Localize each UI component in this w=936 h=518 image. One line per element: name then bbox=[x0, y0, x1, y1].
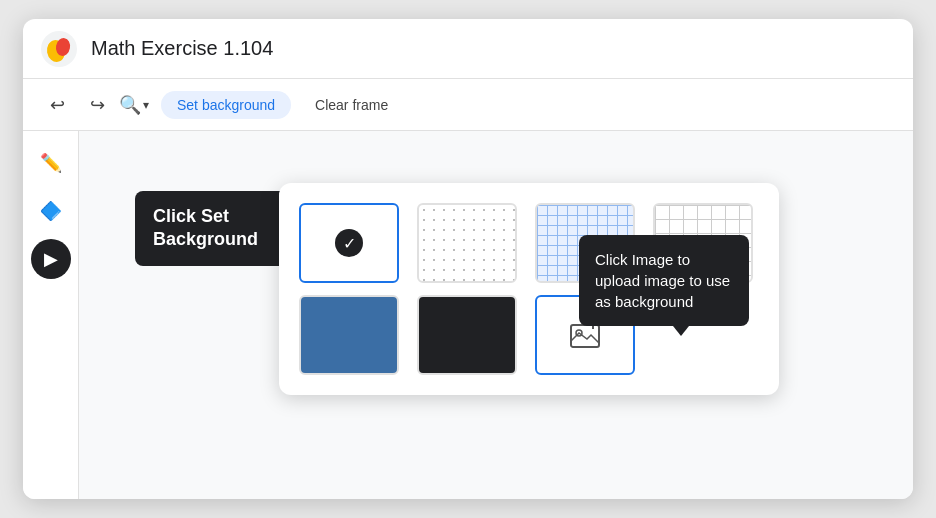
pen-icon: ✏️ bbox=[40, 152, 62, 174]
tooltip-click-image: Click Image to upload image to use as ba… bbox=[579, 235, 749, 326]
redo-icon: ↪ bbox=[90, 94, 105, 116]
toolbar: ↩ ↪ 🔍 ▾ Set background Clear frame bbox=[23, 79, 913, 131]
sidebar: ✏️ 🔷 ▶ bbox=[23, 131, 79, 499]
clear-frame-label: Clear frame bbox=[315, 97, 388, 113]
cursor-icon: ▶ bbox=[44, 248, 58, 270]
pen-button[interactable]: ✏️ bbox=[31, 143, 71, 183]
undo-icon: ↩ bbox=[50, 94, 65, 116]
app-logo bbox=[41, 31, 77, 67]
bg-option-solid-black[interactable] bbox=[417, 295, 517, 375]
zoom-group: 🔍 ▾ bbox=[119, 94, 149, 116]
set-background-button[interactable]: Set background bbox=[161, 91, 291, 119]
redo-button[interactable]: ↪ bbox=[79, 87, 115, 123]
zoom-dropdown-arrow: ▾ bbox=[143, 98, 149, 112]
checkmark-icon: ✓ bbox=[335, 229, 363, 257]
background-dropdown: Click Image to upload image to use as ba… bbox=[279, 183, 779, 395]
set-background-label: Set background bbox=[177, 97, 275, 113]
title-bar: Math Exercise 1.104 bbox=[23, 19, 913, 79]
undo-button[interactable]: ↩ bbox=[39, 87, 75, 123]
bg-option-white[interactable]: ✓ bbox=[299, 203, 399, 283]
bg-option-solid-blue[interactable] bbox=[299, 295, 399, 375]
clear-frame-button[interactable]: Clear frame bbox=[299, 91, 404, 119]
eraser-icon: 🔷 bbox=[40, 200, 62, 222]
bg-option-dots[interactable] bbox=[417, 203, 517, 283]
eraser-button[interactable]: 🔷 bbox=[31, 191, 71, 231]
app-title: Math Exercise 1.104 bbox=[91, 37, 273, 60]
canvas-area: Click Set Background Click Image to uplo… bbox=[79, 131, 913, 499]
app-window: Math Exercise 1.104 ↩ ↪ 🔍 ▾ Set backgrou… bbox=[23, 19, 913, 499]
main-area: ✏️ 🔷 ▶ Click Set Background Click Image … bbox=[23, 131, 913, 499]
zoom-icon: 🔍 bbox=[119, 94, 141, 116]
cursor-button[interactable]: ▶ bbox=[31, 239, 71, 279]
